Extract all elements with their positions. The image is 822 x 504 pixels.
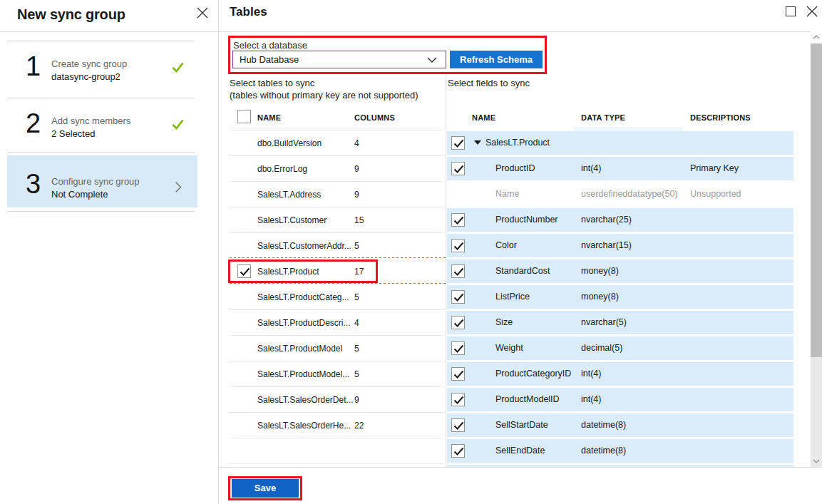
field-datatype: datetime(8) <box>581 420 626 430</box>
footer-divider <box>219 467 822 468</box>
table-row[interactable]: SalesLT.ProductDescri...4 <box>230 310 443 336</box>
left-panel-divider <box>0 31 218 32</box>
database-dropdown-value: Hub Database <box>240 54 299 65</box>
field-name: SellStartDate <box>495 420 548 430</box>
check-icon <box>453 370 464 379</box>
step-detail: Not Complete <box>51 189 108 200</box>
fields-section-heading: Select fields to sync <box>448 78 530 88</box>
close-icon[interactable] <box>197 7 208 19</box>
table-row[interactable]: SalesLT.SalesOrderDet...9 <box>230 387 443 413</box>
database-dropdown[interactable]: Hub Database <box>232 51 446 68</box>
table-name: dbo.ErrorLog <box>257 164 307 174</box>
check-icon <box>453 396 464 405</box>
tables-col-name: NAME <box>257 113 281 122</box>
field-row[interactable]: SellStartDatedatetime(8) <box>447 413 793 437</box>
field-name: Color <box>495 240 517 250</box>
field-name: ProductCategoryID <box>495 369 571 379</box>
select-all-checkbox[interactable] <box>237 110 251 123</box>
scrollbar-down-button[interactable] <box>811 455 822 467</box>
field-name: ProductModelID <box>495 394 560 404</box>
table-row[interactable]: SalesLT.Customer15 <box>230 207 443 233</box>
step-item-1[interactable]: 1Create sync groupdatasync-group2 <box>0 41 218 98</box>
table-name: SalesLT.ProductCateg... <box>257 292 349 302</box>
field-name: ListPrice <box>495 292 530 302</box>
step-number: 2 <box>26 109 41 139</box>
step-complete-icon <box>172 62 184 76</box>
field-name: ProductID <box>495 163 535 173</box>
table-row[interactable]: SalesLT.SalesOrderHe...22 <box>230 413 443 438</box>
fields-list: SalesLT.ProductProductIDint(4)Primary Ke… <box>447 131 793 467</box>
field-row[interactable]: Weightdecimal(5) <box>447 336 793 360</box>
chevron-down-icon <box>813 459 820 463</box>
row-checkbox[interactable] <box>451 341 465 355</box>
check-icon <box>453 267 464 277</box>
table-name: SalesLT.Customer <box>257 215 327 225</box>
step-item-3[interactable]: 3Configure sync groupNot Complete <box>0 158 218 215</box>
field-row[interactable]: Nameuserdefineddatatype(50)Unsupported <box>447 182 793 206</box>
field-datatype: int(4) <box>581 163 601 173</box>
fields-col-descriptions: DESCRIPTIONS <box>690 113 751 122</box>
field-name: SalesLT.Product <box>486 138 550 148</box>
field-datatype: money(8) <box>581 292 619 302</box>
field-datatype: int(4) <box>581 369 601 379</box>
row-checkbox[interactable] <box>451 162 465 175</box>
table-columns-count: 5 <box>354 241 359 251</box>
refresh-schema-button[interactable]: Refresh Schema <box>450 51 543 68</box>
field-row[interactable]: ProductIDint(4)Primary Key <box>447 157 793 180</box>
table-columns-count: 5 <box>354 292 359 302</box>
table-row[interactable]: dbo.ErrorLog9 <box>230 156 443 182</box>
chevron-right-icon <box>175 181 182 193</box>
check-icon <box>453 139 464 148</box>
field-group-row[interactable]: SalesLT.Product <box>447 131 793 155</box>
row-checkbox[interactable] <box>451 444 465 458</box>
field-row[interactable]: ProductNumbernvarchar(25) <box>447 208 793 232</box>
row-checkbox[interactable] <box>451 136 465 150</box>
close-icon[interactable] <box>806 6 818 17</box>
table-columns-count: 4 <box>354 318 359 328</box>
table-columns-count: 9 <box>354 395 359 405</box>
check-icon <box>172 62 184 73</box>
field-row[interactable]: StandardCostmoney(8) <box>447 259 793 283</box>
scrollbar[interactable] <box>811 31 822 467</box>
fields-col-name: NAME <box>472 113 495 122</box>
collapse-triangle-icon[interactable] <box>474 140 481 145</box>
table-row[interactable]: dbo.BuildVersion4 <box>230 130 443 156</box>
step-number: 3 <box>26 170 41 200</box>
check-icon <box>453 421 464 431</box>
step-item-2[interactable]: 2Add sync members2 Selected <box>0 98 218 155</box>
table-columns-count: 9 <box>354 164 359 174</box>
scrollbar-up-button[interactable] <box>811 31 822 43</box>
row-checkbox[interactable] <box>451 393 465 406</box>
table-row[interactable]: SalesLT.ProductModel5 <box>230 336 443 361</box>
field-row[interactable]: ProductCategoryIDint(4) <box>447 362 793 386</box>
table-row[interactable]: SalesLT.ProductCateg...5 <box>230 284 443 310</box>
field-row[interactable]: ListPricemoney(8) <box>447 285 793 309</box>
field-row[interactable]: ProductModelIDint(4) <box>447 388 793 411</box>
row-checkbox[interactable] <box>451 367 465 381</box>
table-name: SalesLT.ProductModel... <box>257 369 349 379</box>
maximize-icon[interactable] <box>786 6 796 16</box>
field-datatype: nvarchar(25) <box>581 215 632 225</box>
step-detail: datasync-group2 <box>51 71 120 82</box>
check-icon <box>453 242 464 251</box>
row-checkbox[interactable] <box>451 290 465 304</box>
table-row[interactable]: SalesLT.ProductModel...5 <box>230 361 443 387</box>
field-datatype: int(4) <box>581 394 601 404</box>
save-button[interactable]: Save <box>232 479 299 498</box>
check-icon <box>172 119 184 130</box>
row-checkbox[interactable] <box>451 264 465 278</box>
scrollbar-thumb[interactable] <box>811 43 822 357</box>
table-row[interactable]: SalesLT.CustomerAddr...5 <box>230 233 443 259</box>
field-row[interactable]: Sizenvarchar(5) <box>447 311 793 334</box>
field-row[interactable]: SellEndDatedatetime(8) <box>447 439 793 463</box>
field-row[interactable]: Colornvarchar(15) <box>447 234 793 257</box>
row-checkbox[interactable] <box>451 239 465 252</box>
tables-panel-title: Tables <box>230 5 267 19</box>
field-datatype: datetime(8) <box>581 446 626 456</box>
table-name: SalesLT.ProductDescri... <box>257 318 351 328</box>
table-row[interactable]: SalesLT.Address9 <box>230 182 443 207</box>
row-checkbox[interactable] <box>451 316 465 329</box>
row-checkbox[interactable] <box>451 418 465 432</box>
row-checkbox[interactable] <box>451 213 465 227</box>
step-detail: 2 Selected <box>51 128 95 139</box>
